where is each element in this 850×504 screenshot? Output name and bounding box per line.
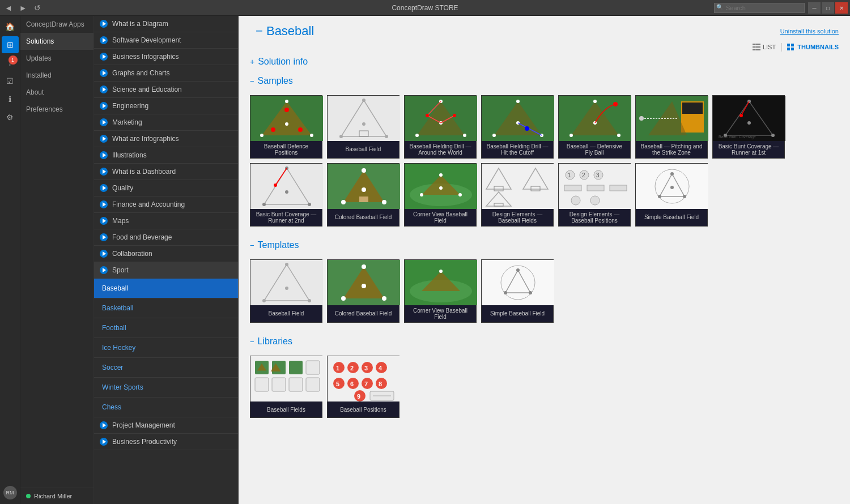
svg-point-118 [285, 263, 288, 266]
sol-label: Sport [112, 266, 129, 274]
refresh-button[interactable]: ↺ [32, 2, 43, 14]
sol-item-science[interactable]: Science and Education [94, 82, 238, 98]
sidebar-icon-preferences[interactable]: ⚙ [2, 109, 19, 126]
svg-text:6: 6 [350, 381, 354, 387]
sol-item-dashboard[interactable]: What is a Dashboard [94, 164, 238, 180]
sol-item-food[interactable]: Food and Beverage [94, 229, 238, 246]
sidebar-icon-installed[interactable]: ☑ [2, 72, 19, 89]
svg-rect-4 [753, 49, 755, 50]
sidebar-icon-about[interactable]: ℹ [2, 91, 19, 108]
libraries-grid: Baseball Fields 1 2 3 4 [239, 351, 850, 427]
sol-item-quality[interactable]: Quality [94, 180, 238, 197]
sidebar-item-preferences[interactable]: Preferences [20, 101, 94, 118]
library-card-fields[interactable]: Baseball Fields [250, 356, 322, 418]
sidebar-icon-apps[interactable]: 🏠 [2, 18, 19, 35]
sidebar-item-updates[interactable]: Updates [20, 50, 94, 67]
solutions-sidebar: What is a Diagram Software Development B… [94, 16, 239, 504]
sport-sub-football[interactable]: Football [94, 318, 238, 338]
sol-item-maps[interactable]: Maps [94, 213, 238, 229]
sport-sub-wintersports[interactable]: Winter Sports [94, 378, 238, 398]
sport-sub-chess[interactable]: Chess [94, 398, 238, 417]
maximize-button[interactable]: □ [822, 2, 834, 14]
sample-card-simple[interactable]: Simple Baseball Field [635, 163, 708, 227]
sol-item-sport[interactable]: Sport [94, 262, 238, 279]
sidebar-icon-updates[interactable]: ↓1 [2, 54, 19, 71]
sidebar-item-installed[interactable]: Installed [20, 67, 94, 84]
svg-point-82 [361, 197, 367, 202]
svg-point-124 [362, 264, 366, 269]
sport-sub-soccer[interactable]: Soccer [94, 358, 238, 378]
sample-label-13: Simple Baseball Field [636, 209, 707, 225]
sol-item-finance[interactable]: Finance and Accounting [94, 197, 238, 213]
svg-rect-143 [289, 361, 303, 374]
sol-item-infographics[interactable]: What are Infographics [94, 131, 238, 147]
svg-rect-5 [755, 49, 760, 50]
sol-item-engineering[interactable]: Engineering [94, 98, 238, 114]
sol-item-software[interactable]: Software Development [94, 32, 238, 49]
sol-label: What is a Diagram [112, 20, 168, 28]
sol-item-project[interactable]: Project Management [94, 417, 238, 434]
minimize-button[interactable]: ─ [808, 2, 821, 14]
sidebar-item-solutions[interactable]: Solutions [20, 33, 94, 50]
app-body: 🏠 ⊞ ↓1 ☑ ℹ ⚙ RM ConceptDraw Apps Solutio… [0, 16, 850, 504]
sidebar-item-about[interactable]: About [20, 84, 94, 101]
libraries-header[interactable]: − Libraries [239, 332, 850, 351]
sport-sub-icehockey[interactable]: Ice Hockey [94, 338, 238, 358]
sol-icon [100, 421, 108, 429]
templates-grid: Baseball Field Colored Baseball F [239, 255, 850, 332]
sol-item-collaboration[interactable]: Collaboration [94, 246, 238, 262]
template-card-colored[interactable]: Colored Baseball Field [327, 259, 400, 323]
svg-point-36 [453, 114, 456, 117]
svg-point-65 [740, 114, 743, 117]
svg-point-63 [747, 121, 751, 125]
sample-card-pitching[interactable]: Baseball — Pitching and the Strike Zone [635, 95, 708, 159]
sample-card-elements-fields[interactable]: Design Elements — Baseball Fields [481, 163, 554, 227]
templates-header[interactable]: − Templates [239, 236, 850, 255]
sample-label-12: Design Elements — Baseball Positions [559, 209, 630, 226]
sol-item-diagram[interactable]: What is a Diagram [94, 16, 238, 32]
sol-label: Quality [112, 184, 133, 192]
back-button[interactable]: ◄ [2, 2, 15, 14]
sample-card-corner[interactable]: Corner View Baseball Field [404, 163, 477, 227]
sample-card-colored[interactable]: Colored Baseball Field [327, 163, 400, 227]
sol-item-graphs[interactable]: Graphs and Charts [94, 65, 238, 82]
svg-point-74 [274, 183, 277, 187]
svg-text:5: 5 [336, 381, 339, 387]
sport-sub-baseball[interactable]: Baseball [94, 279, 238, 298]
forward-button[interactable]: ► [17, 2, 29, 14]
samples-header[interactable]: − Samples [239, 71, 850, 91]
template-card-simple[interactable]: Simple Baseball Field [481, 259, 554, 323]
thumbnails-view-button[interactable]: THUMBNAILS [787, 44, 839, 50]
sample-label-3: Baseball Fielding Drill — Around the Wor… [405, 141, 476, 158]
sol-item-infographics-biz[interactable]: Business Infographics [94, 49, 238, 65]
sample-card-bunt2[interactable]: Basic Bunt Coverage — Runner at 2nd [250, 163, 322, 227]
sample-card-field[interactable]: Baseball Field [327, 95, 400, 159]
search-input[interactable] [714, 3, 805, 13]
close-button[interactable]: ✕ [835, 2, 848, 14]
sol-item-illustrations[interactable]: Illustrations [94, 147, 238, 164]
sol-label: Collaboration [112, 250, 152, 258]
sample-card-defence[interactable]: Baseball Defence Positions [250, 95, 322, 159]
svg-rect-9 [791, 48, 794, 50]
solution-info-toggle[interactable]: + Solution info [250, 57, 839, 67]
svg-text:3: 3 [596, 172, 600, 178]
sport-sub-basketball[interactable]: Basketball [94, 298, 238, 318]
titlebar-navigation: ◄ ► ↺ [2, 0, 43, 16]
svg-point-70 [262, 203, 266, 206]
svg-point-24 [385, 135, 388, 138]
uninstall-link[interactable]: Uninstall this solution [780, 28, 839, 35]
list-view-button[interactable]: LIST [753, 44, 776, 50]
sample-card-bunt1[interactable]: Basic Bunt Coverage Basic Bunt Coverage … [712, 95, 785, 159]
library-card-positions[interactable]: 1 2 3 4 5 6 7 [327, 356, 400, 418]
sol-label: Illustrations [112, 151, 147, 159]
template-card-corner[interactable]: Corner View Baseball Field [404, 259, 477, 323]
sample-card-elements-positions[interactable]: 1 2 3 Design Elements — Baseball [558, 163, 631, 227]
sample-card-fielding2[interactable]: Baseball Fielding Drill — Hit the Cutoff [481, 95, 554, 159]
sol-item-bizproductivity[interactable]: Business Productivity [94, 434, 238, 450]
sidebar-icon-solutions[interactable]: ⊞ [2, 36, 19, 53]
sidebar-item-apps[interactable]: ConceptDraw Apps [20, 16, 94, 33]
sample-card-fielding1[interactable]: Baseball Fielding Drill — Around the Wor… [404, 95, 477, 159]
sol-item-marketing[interactable]: Marketing [94, 114, 238, 131]
template-card-field[interactable]: Baseball Field [250, 259, 322, 323]
sample-card-flyball[interactable]: Baseball — Defensive Fly Ball [558, 95, 631, 159]
